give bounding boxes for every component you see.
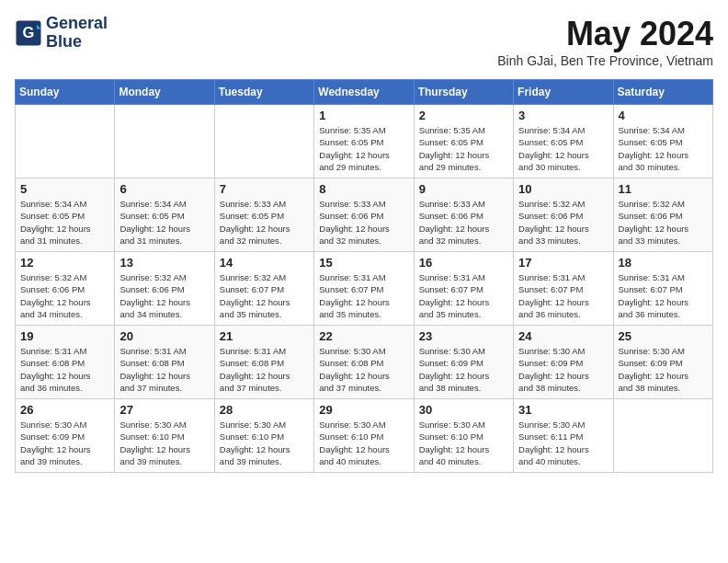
day-number: 3 (518, 109, 608, 122)
day-number: 13 (119, 256, 209, 270)
day-number: 19 (20, 329, 109, 343)
cell-info: Sunrise: 5:30 AM Sunset: 6:08 PM Dayligh… (319, 345, 408, 394)
calendar-cell: 16Sunrise: 5:31 AM Sunset: 6:07 PM Dayli… (414, 252, 513, 326)
calendar-cell: 14Sunrise: 5:32 AM Sunset: 6:07 PM Dayli… (214, 252, 313, 326)
cell-info: Sunrise: 5:30 AM Sunset: 6:09 PM Dayligh… (419, 345, 508, 394)
calendar-cell: 18Sunrise: 5:31 AM Sunset: 6:07 PM Dayli… (613, 252, 712, 326)
calendar-cell: 8Sunrise: 5:33 AM Sunset: 6:06 PM Daylig… (314, 178, 414, 252)
day-number: 1 (319, 109, 408, 122)
cell-info: Sunrise: 5:30 AM Sunset: 6:10 PM Dayligh… (319, 419, 408, 467)
day-number: 4 (619, 109, 708, 122)
calendar-cell: 3Sunrise: 5:34 AM Sunset: 6:05 PM Daylig… (514, 105, 613, 178)
calendar-cell: 27Sunrise: 5:30 AM Sunset: 6:10 PM Dayli… (115, 399, 214, 473)
day-number: 10 (518, 182, 608, 196)
day-number: 28 (220, 403, 309, 417)
calendar-cell: 6Sunrise: 5:34 AM Sunset: 6:05 PM Daylig… (115, 178, 214, 252)
cell-info: Sunrise: 5:33 AM Sunset: 6:06 PM Dayligh… (419, 198, 508, 247)
calendar-cell: 28Sunrise: 5:30 AM Sunset: 6:10 PM Dayli… (214, 399, 313, 473)
day-number: 27 (119, 403, 209, 417)
day-number: 2 (419, 109, 508, 122)
cell-info: Sunrise: 5:31 AM Sunset: 6:07 PM Dayligh… (518, 271, 608, 320)
cell-info: Sunrise: 5:34 AM Sunset: 6:05 PM Dayligh… (119, 198, 209, 247)
cell-info: Sunrise: 5:32 AM Sunset: 6:06 PM Dayligh… (20, 271, 109, 320)
day-number: 21 (220, 329, 309, 343)
day-number: 25 (619, 329, 708, 343)
calendar-cell: 15Sunrise: 5:31 AM Sunset: 6:07 PM Dayli… (314, 252, 414, 326)
calendar-cell: 5Sunrise: 5:34 AM Sunset: 6:05 PM Daylig… (16, 178, 115, 252)
month-year-title: May 2024 (497, 15, 713, 53)
calendar-week-5: 26Sunrise: 5:30 AM Sunset: 6:09 PM Dayli… (16, 399, 713, 473)
cell-info: Sunrise: 5:32 AM Sunset: 6:06 PM Dayligh… (518, 198, 608, 247)
cell-info: Sunrise: 5:31 AM Sunset: 6:07 PM Dayligh… (419, 271, 508, 320)
day-number: 15 (319, 256, 408, 270)
header-friday: Friday (514, 80, 613, 105)
calendar-cell: 2Sunrise: 5:35 AM Sunset: 6:05 PM Daylig… (414, 105, 513, 178)
calendar-cell: 13Sunrise: 5:32 AM Sunset: 6:06 PM Dayli… (115, 252, 214, 326)
cell-info: Sunrise: 5:31 AM Sunset: 6:08 PM Dayligh… (20, 345, 109, 394)
cell-info: Sunrise: 5:31 AM Sunset: 6:07 PM Dayligh… (319, 271, 408, 320)
cell-info: Sunrise: 5:35 AM Sunset: 6:05 PM Dayligh… (319, 124, 408, 173)
cell-info: Sunrise: 5:31 AM Sunset: 6:08 PM Dayligh… (220, 345, 309, 394)
cell-info: Sunrise: 5:31 AM Sunset: 6:07 PM Dayligh… (619, 271, 708, 320)
calendar-cell: 20Sunrise: 5:31 AM Sunset: 6:08 PM Dayli… (115, 326, 214, 399)
cell-info: Sunrise: 5:35 AM Sunset: 6:05 PM Dayligh… (419, 124, 508, 173)
day-number: 18 (619, 256, 708, 270)
cell-info: Sunrise: 5:30 AM Sunset: 6:10 PM Dayligh… (419, 419, 508, 467)
location-subtitle: Binh GJai, Ben Tre Province, Vietnam (497, 53, 713, 68)
day-number: 14 (220, 256, 309, 270)
calendar-week-2: 5Sunrise: 5:34 AM Sunset: 6:05 PM Daylig… (16, 178, 713, 252)
calendar-cell: 10Sunrise: 5:32 AM Sunset: 6:06 PM Dayli… (514, 178, 613, 252)
cell-info: Sunrise: 5:34 AM Sunset: 6:05 PM Dayligh… (518, 124, 608, 173)
cell-info: Sunrise: 5:30 AM Sunset: 6:10 PM Dayligh… (220, 419, 309, 467)
cell-info: Sunrise: 5:30 AM Sunset: 6:11 PM Dayligh… (518, 419, 608, 467)
cell-info: Sunrise: 5:34 AM Sunset: 6:05 PM Dayligh… (619, 124, 708, 173)
calendar-cell (115, 105, 214, 178)
day-number: 12 (20, 256, 109, 270)
day-number: 9 (419, 182, 508, 196)
calendar-week-1: 1Sunrise: 5:35 AM Sunset: 6:05 PM Daylig… (16, 105, 713, 178)
calendar-cell (214, 105, 313, 178)
calendar-cell: 26Sunrise: 5:30 AM Sunset: 6:09 PM Dayli… (16, 399, 115, 473)
logo-text: General Blue (46, 15, 108, 52)
calendar-cell: 11Sunrise: 5:32 AM Sunset: 6:06 PM Dayli… (613, 178, 712, 252)
header-thursday: Thursday (414, 80, 513, 105)
day-number: 7 (220, 182, 309, 196)
day-number: 29 (319, 403, 408, 417)
header-monday: Monday (115, 80, 214, 105)
day-number: 16 (419, 256, 508, 270)
calendar-cell: 19Sunrise: 5:31 AM Sunset: 6:08 PM Dayli… (16, 326, 115, 399)
logo-icon: G (15, 19, 42, 47)
calendar-cell: 29Sunrise: 5:30 AM Sunset: 6:10 PM Dayli… (314, 399, 414, 473)
cell-info: Sunrise: 5:30 AM Sunset: 6:10 PM Dayligh… (119, 419, 209, 467)
day-number: 24 (518, 329, 608, 343)
cell-info: Sunrise: 5:32 AM Sunset: 6:06 PM Dayligh… (119, 271, 209, 320)
calendar-cell: 22Sunrise: 5:30 AM Sunset: 6:08 PM Dayli… (314, 326, 414, 399)
calendar-cell: 25Sunrise: 5:30 AM Sunset: 6:09 PM Dayli… (613, 326, 712, 399)
cell-info: Sunrise: 5:30 AM Sunset: 6:09 PM Dayligh… (20, 419, 109, 467)
header-sunday: Sunday (16, 80, 115, 105)
day-number: 23 (419, 329, 508, 343)
calendar-header-row: SundayMondayTuesdayWednesdayThursdayFrid… (16, 80, 713, 105)
day-number: 17 (518, 256, 608, 270)
calendar-cell: 1Sunrise: 5:35 AM Sunset: 6:05 PM Daylig… (314, 105, 414, 178)
calendar-table: SundayMondayTuesdayWednesdayThursdayFrid… (15, 79, 713, 473)
calendar-week-4: 19Sunrise: 5:31 AM Sunset: 6:08 PM Dayli… (16, 326, 713, 399)
logo: G General Blue (15, 15, 108, 52)
day-number: 26 (20, 403, 109, 417)
svg-text:G: G (23, 23, 35, 40)
cell-info: Sunrise: 5:32 AM Sunset: 6:07 PM Dayligh… (220, 271, 309, 320)
calendar-cell: 4Sunrise: 5:34 AM Sunset: 6:05 PM Daylig… (613, 105, 712, 178)
calendar-cell: 17Sunrise: 5:31 AM Sunset: 6:07 PM Dayli… (514, 252, 613, 326)
cell-info: Sunrise: 5:33 AM Sunset: 6:06 PM Dayligh… (319, 198, 408, 247)
calendar-cell: 30Sunrise: 5:30 AM Sunset: 6:10 PM Dayli… (414, 399, 513, 473)
title-block: May 2024 Binh GJai, Ben Tre Province, Vi… (497, 15, 713, 68)
calendar-cell: 7Sunrise: 5:33 AM Sunset: 6:05 PM Daylig… (214, 178, 313, 252)
calendar-cell: 12Sunrise: 5:32 AM Sunset: 6:06 PM Dayli… (16, 252, 115, 326)
header-tuesday: Tuesday (214, 80, 313, 105)
cell-info: Sunrise: 5:30 AM Sunset: 6:09 PM Dayligh… (518, 345, 608, 394)
cell-info: Sunrise: 5:34 AM Sunset: 6:05 PM Dayligh… (20, 198, 109, 247)
day-number: 6 (119, 182, 209, 196)
day-number: 30 (419, 403, 508, 417)
page-header: G General Blue May 2024 Binh GJai, Ben T… (15, 15, 713, 68)
calendar-cell (613, 399, 712, 473)
